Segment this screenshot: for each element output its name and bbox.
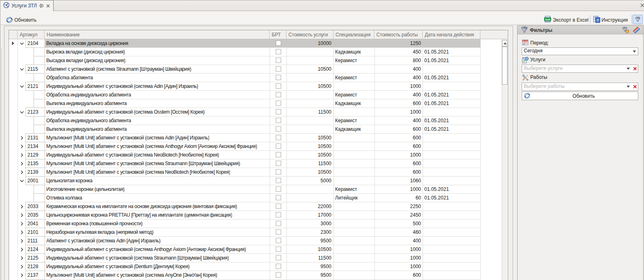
svg-text:XLSX: XLSX xyxy=(545,18,550,21)
svg-text:?: ? xyxy=(597,18,599,22)
